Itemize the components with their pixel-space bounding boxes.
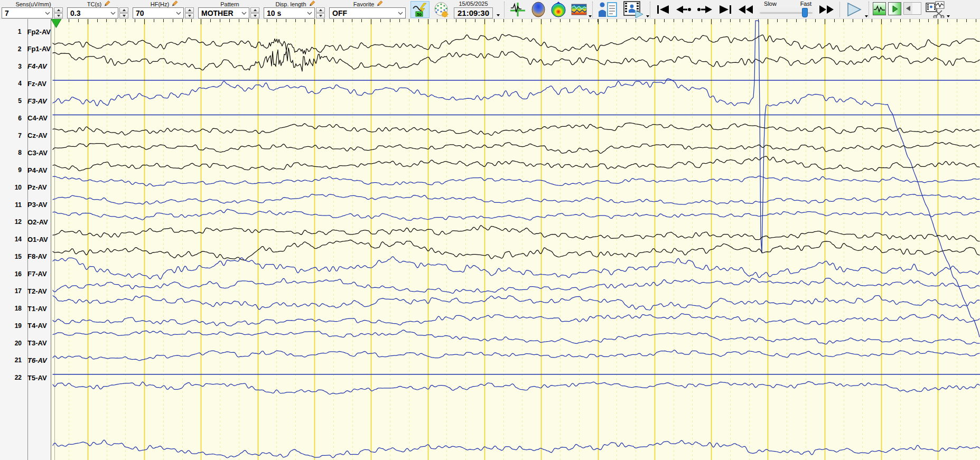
speed-slider: Slow Fast bbox=[758, 1, 815, 18]
channel-number: 12 bbox=[0, 218, 24, 226]
channel-name-label: Pz-AV bbox=[24, 183, 47, 191]
sens-label: Sens(uV/mm) bbox=[15, 1, 51, 7]
channel-number: 4 bbox=[0, 80, 24, 87]
hf-edit-pencil-icon[interactable] bbox=[171, 1, 178, 7]
wave-cursor-button[interactable] bbox=[508, 1, 527, 18]
channel-label-column: 1Fp2-AV2Fp1-AV3F4-AV4Fz-AV5F3-AV6C4-AV7C… bbox=[0, 19, 51, 460]
hf-spinner bbox=[185, 7, 194, 18]
dsa-dropdown-arrow[interactable] bbox=[589, 15, 592, 17]
step-forward-button[interactable] bbox=[695, 1, 714, 18]
eeg-waveform-canvas[interactable] bbox=[51, 19, 980, 460]
channel-name-label: O1-AV bbox=[24, 236, 48, 243]
svg-text:50: 50 bbox=[417, 12, 422, 17]
channel-number: 8 bbox=[0, 149, 24, 156]
channel-number: 16 bbox=[0, 270, 24, 278]
skip-to-end-button[interactable] bbox=[716, 1, 734, 18]
channel-number: 7 bbox=[0, 132, 24, 139]
patient-info-button[interactable] bbox=[596, 1, 619, 18]
disp-length-label: Disp. length bbox=[275, 1, 306, 7]
channel-name-label: P4-AV bbox=[24, 166, 47, 174]
disp-length-select[interactable]: 10 s bbox=[264, 7, 315, 18]
wave-review-green-button[interactable] bbox=[873, 2, 886, 15]
topo-map-button[interactable] bbox=[549, 1, 567, 18]
tc-select[interactable]: 0.3 bbox=[67, 7, 118, 18]
notch-filter-50-button[interactable]: 50 bbox=[410, 1, 430, 18]
channel-row-o1-av[interactable]: 14O1-AV bbox=[0, 234, 51, 244]
skip-to-start-button[interactable] bbox=[654, 1, 672, 18]
chevron-down-icon bbox=[45, 12, 50, 15]
channel-name-label: F7-AV bbox=[24, 270, 47, 278]
hf-value: 70 bbox=[136, 9, 144, 17]
channel-row-o2-av[interactable]: 12O2-AV bbox=[0, 217, 51, 227]
video-button[interactable] bbox=[621, 1, 646, 18]
rewind-button[interactable] bbox=[736, 1, 755, 18]
tc-edit-pencil-icon[interactable] bbox=[103, 1, 110, 7]
time-dropdown-arrow[interactable] bbox=[495, 1, 500, 17]
channel-row-f7-av[interactable]: 16F7-AV bbox=[0, 269, 51, 279]
hf-spin-up-button[interactable] bbox=[185, 7, 194, 13]
separator bbox=[869, 2, 869, 17]
sens-spin-down-button[interactable] bbox=[54, 13, 63, 18]
channel-row-cz-av[interactable]: 7Cz-AV bbox=[0, 131, 51, 140]
sens-group: Sens(uV/mm) 7 bbox=[2, 1, 65, 18]
channel-row-t6-av[interactable]: 21T6-AV bbox=[0, 355, 51, 365]
hf-spin-down-button[interactable] bbox=[185, 13, 194, 18]
step-back-button[interactable] bbox=[674, 1, 693, 18]
channel-name-label: C3-AV bbox=[24, 149, 48, 157]
channel-number: 9 bbox=[0, 166, 24, 174]
channel-row-t3-av[interactable]: 20T3-AV bbox=[0, 339, 51, 348]
chevron-down-icon bbox=[176, 12, 181, 15]
sens-value: 7 bbox=[5, 9, 9, 17]
time-display[interactable]: 21:09:30 bbox=[454, 7, 493, 18]
favorite-group: Favorite OFF bbox=[329, 1, 407, 18]
speed-slider-track[interactable] bbox=[758, 7, 815, 18]
separator bbox=[839, 2, 840, 17]
prev-gray-button[interactable] bbox=[903, 2, 921, 15]
pattern-label: Pattern bbox=[220, 1, 239, 7]
head-3d-button[interactable] bbox=[529, 1, 547, 18]
channel-row-c4-av[interactable]: 6C4-AV bbox=[0, 114, 51, 123]
channel-row-f8-av[interactable]: 15F8-AV bbox=[0, 252, 51, 261]
favorite-edit-pencil-icon[interactable] bbox=[376, 1, 383, 7]
disp-length-spin-up-button[interactable] bbox=[316, 7, 325, 13]
channel-row-fp2-av[interactable]: 1Fp2-AV bbox=[0, 27, 51, 36]
electrode-map-settings-button[interactable] bbox=[432, 1, 452, 18]
disp-length-edit-pencil-icon[interactable] bbox=[308, 1, 315, 7]
speed-slider-thumb[interactable] bbox=[802, 8, 808, 17]
favorite-select[interactable]: OFF bbox=[329, 7, 406, 18]
eeg-review-window: Sens(uV/mm) 7 TC(s) 0.3 bbox=[0, 0, 980, 460]
pattern-select[interactable]: MOTHER bbox=[198, 7, 249, 18]
chevron-down-icon bbox=[241, 12, 247, 15]
video-clip-cut-button[interactable] bbox=[923, 1, 947, 18]
tc-spin-down-button[interactable] bbox=[119, 13, 128, 18]
channel-row-pz-av[interactable]: 10Pz-AV bbox=[0, 183, 51, 192]
play-dropdown-arrow[interactable] bbox=[865, 15, 868, 17]
channel-row-t5-av[interactable]: 22T5-AV bbox=[0, 373, 51, 382]
channel-row-fz-av[interactable]: 4Fz-AV bbox=[0, 79, 51, 88]
disp-length-spin-down-button[interactable] bbox=[316, 13, 325, 18]
hf-select[interactable]: 70 bbox=[133, 7, 184, 18]
dsa-spectrum-button[interactable] bbox=[570, 1, 589, 18]
channel-row-p3-av[interactable]: 11P3-AV bbox=[0, 200, 51, 210]
video-dropdown-arrow[interactable] bbox=[646, 15, 649, 17]
slider-fast-label: Fast bbox=[800, 1, 811, 7]
channel-row-fp1-av[interactable]: 2Fp1-AV bbox=[0, 44, 51, 54]
sens-select[interactable]: 7 bbox=[2, 7, 53, 18]
channel-name-label: F3-AV bbox=[24, 97, 47, 105]
disp-length-spinner bbox=[316, 7, 325, 18]
sens-spin-up-button[interactable] bbox=[54, 7, 63, 13]
clip-dropdown-arrow[interactable] bbox=[947, 15, 950, 17]
channel-row-p4-av[interactable]: 9P4-AV bbox=[0, 165, 51, 175]
tc-spin-up-button[interactable] bbox=[119, 7, 128, 13]
fast-forward-button[interactable] bbox=[817, 1, 836, 18]
channel-row-t1-av[interactable]: 18T1-AV bbox=[0, 304, 51, 313]
pattern-spin-down-button[interactable] bbox=[250, 13, 259, 18]
channel-row-c3-av[interactable]: 8C3-AV bbox=[0, 148, 51, 157]
channel-row-t4-av[interactable]: 19T4-AV bbox=[0, 321, 51, 331]
channel-row-t2-av[interactable]: 17T2-AV bbox=[0, 286, 51, 296]
play-button[interactable] bbox=[844, 1, 865, 18]
channel-row-f3-av[interactable]: 5F3-AV bbox=[0, 96, 51, 106]
pattern-spin-up-button[interactable] bbox=[250, 7, 259, 13]
channel-row-f4-av[interactable]: 3F4-AV bbox=[0, 62, 51, 71]
play-green-button[interactable] bbox=[888, 2, 901, 15]
